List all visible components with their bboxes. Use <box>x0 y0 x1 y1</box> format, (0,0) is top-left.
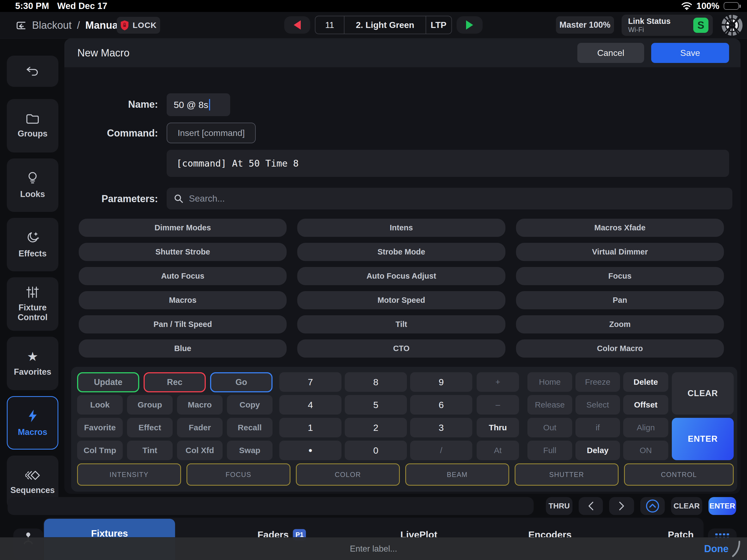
key-if[interactable]: if <box>575 418 620 437</box>
category-shutter[interactable]: SHUTTER <box>515 463 619 486</box>
sidebar-item-groups[interactable]: Groups <box>7 99 58 153</box>
key-0[interactable]: 0 <box>345 441 407 460</box>
breadcrumb[interactable]: Blackout / Manual <box>15 12 121 38</box>
key-plus[interactable]: + <box>476 372 519 392</box>
back-button[interactable] <box>7 56 58 87</box>
update-key[interactable]: Update <box>77 372 139 392</box>
text-caret <box>209 99 210 110</box>
category-color[interactable]: COLOR <box>296 463 400 486</box>
parameter-button[interactable]: Dimmer Modes <box>79 219 287 237</box>
parameter-button[interactable]: Auto Focus <box>79 267 287 285</box>
key-group[interactable]: Group <box>127 395 173 415</box>
key-on[interactable]: ON <box>623 441 668 460</box>
done-button[interactable]: Done <box>704 543 728 555</box>
sidebar-item-macros[interactable]: Macros <box>7 396 58 450</box>
clear-key[interactable]: CLEAR <box>672 372 734 415</box>
parameter-button[interactable]: Virtual Dimmer <box>516 243 724 261</box>
key-4[interactable]: 4 <box>279 395 341 415</box>
key-home[interactable]: Home <box>527 372 572 392</box>
key-3[interactable]: 3 <box>410 418 472 437</box>
key-swap[interactable]: Swap <box>227 441 273 460</box>
go-key[interactable]: Go <box>210 372 273 392</box>
key-8[interactable]: 8 <box>345 372 407 392</box>
key-slash[interactable]: / <box>410 441 472 460</box>
parameter-button[interactable]: Macros Xfade <box>516 219 724 237</box>
key-macro[interactable]: Macro <box>177 395 223 415</box>
key-full[interactable]: Full <box>527 441 572 460</box>
parameter-button[interactable]: Auto Focus Adjust <box>297 267 505 285</box>
key-delay[interactable]: Delay <box>575 441 620 460</box>
cue-display[interactable]: 11 2. Light Green LTP <box>315 16 452 34</box>
cursor-right-button[interactable] <box>609 497 634 515</box>
key-effect[interactable]: Effect <box>127 418 173 437</box>
key-2[interactable]: 2 <box>345 418 407 437</box>
parameter-button[interactable]: Tilt <box>297 315 505 334</box>
color-wheel-icon[interactable] <box>721 15 743 36</box>
key-minus[interactable]: – <box>476 395 519 415</box>
key-release[interactable]: Release <box>527 395 572 415</box>
macro-name-input[interactable]: 50 @ 8s <box>167 93 230 116</box>
key-tint[interactable]: Tint <box>127 441 173 460</box>
next-cue-button[interactable] <box>457 16 483 34</box>
master-level-button[interactable]: Master 100% <box>556 16 614 34</box>
parameter-search[interactable] <box>167 188 732 210</box>
insert-command-button[interactable]: Insert [command] <box>167 123 256 143</box>
parameter-button[interactable]: Motor Speed <box>297 291 505 309</box>
category-focus[interactable]: FOCUS <box>186 463 290 486</box>
key-favorite[interactable]: Favorite <box>77 418 123 437</box>
key-1[interactable]: 1 <box>279 418 341 437</box>
rec-key[interactable]: Rec <box>144 372 206 392</box>
key-offset[interactable]: Offset <box>623 395 668 415</box>
key-col-xfd[interactable]: Col Xfd <box>177 441 223 460</box>
key-7[interactable]: 7 <box>279 372 341 392</box>
parameter-button[interactable]: Macros <box>79 291 287 309</box>
key-align[interactable]: Align <box>623 418 668 437</box>
key-6[interactable]: 6 <box>410 395 472 415</box>
parameter-button[interactable]: Zoom <box>516 315 724 334</box>
command-line-display[interactable] <box>8 497 534 515</box>
category-beam[interactable]: BEAM <box>405 463 509 486</box>
parameter-button[interactable]: Intens <box>297 219 505 237</box>
sidebar-item-looks[interactable]: Looks <box>7 158 58 212</box>
lock-button[interactable]: LOCK <box>117 17 160 34</box>
parameter-button[interactable]: Blue <box>79 340 287 357</box>
key-copy[interactable]: Copy <box>227 395 273 415</box>
parameter-button[interactable]: Pan <box>516 291 724 309</box>
key-fader[interactable]: Fader <box>177 418 223 437</box>
key-col-tmp[interactable]: Col Tmp <box>77 441 123 460</box>
parameter-button[interactable]: Color Macro <box>516 340 724 357</box>
category-control[interactable]: CONTROL <box>624 463 734 486</box>
collapse-keypad-button[interactable] <box>640 497 665 515</box>
key-5[interactable]: 5 <box>345 395 407 415</box>
key-look[interactable]: Look <box>77 395 123 415</box>
parameter-button[interactable]: Strobe Mode <box>297 243 505 261</box>
parameter-button[interactable]: Shutter Strobe <box>79 243 287 261</box>
sidebar-item-favorites[interactable]: ★ Favorites <box>7 337 58 390</box>
previous-cue-button[interactable] <box>284 16 310 34</box>
key-recall[interactable]: Recall <box>227 418 273 437</box>
cursor-left-button[interactable] <box>579 497 603 515</box>
key-9[interactable]: 9 <box>410 372 472 392</box>
key-delete[interactable]: Delete <box>623 372 668 392</box>
enter-key[interactable]: ENTER <box>672 418 734 460</box>
sidebar-item-fixture-control[interactable]: Fixture Control <box>7 277 58 331</box>
save-button[interactable]: Save <box>651 43 729 63</box>
key-at[interactable]: At <box>476 441 519 460</box>
key-freeze[interactable]: Freeze <box>575 372 620 392</box>
sidebar-item-effects[interactable]: Effects <box>7 218 58 271</box>
cancel-button[interactable]: Cancel <box>577 43 644 63</box>
search-input[interactable] <box>189 193 732 204</box>
category-intensity[interactable]: INTENSITY <box>77 463 181 486</box>
parameter-button[interactable]: CTO <box>297 340 505 357</box>
key-select[interactable]: Select <box>575 395 620 415</box>
parameter-button[interactable]: Focus <box>516 267 724 285</box>
key-dot[interactable]: • <box>279 441 341 460</box>
label-input[interactable] <box>292 544 455 554</box>
link-status-button[interactable]: Link Status Wi-Fi S <box>622 15 713 36</box>
key-thru[interactable]: Thru <box>476 418 519 437</box>
key-out[interactable]: Out <box>527 418 572 437</box>
thru-button[interactable]: THRU <box>546 497 572 515</box>
parameter-button[interactable]: Pan / Tilt Speed <box>79 315 287 334</box>
clear-button[interactable]: CLEAR <box>671 497 702 515</box>
enter-button[interactable]: ENTER <box>709 497 736 515</box>
